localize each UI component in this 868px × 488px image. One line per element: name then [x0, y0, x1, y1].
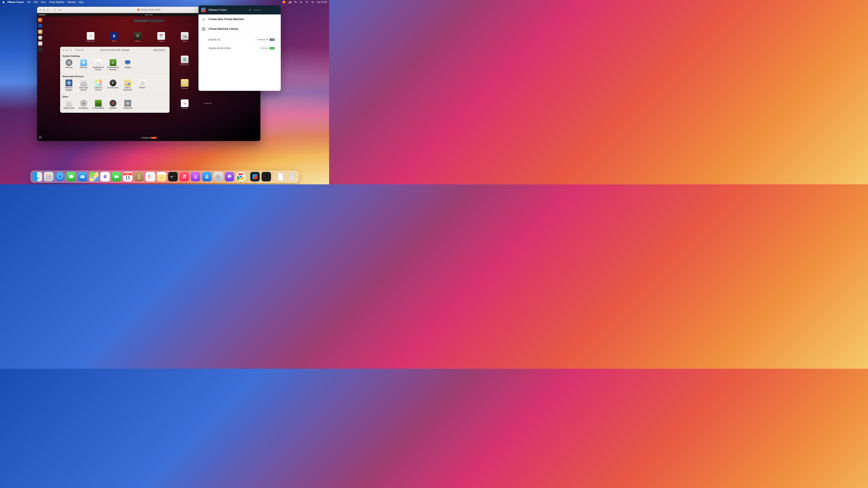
language-icon[interactable] — [181, 56, 188, 63]
library-title: VMware Fusion — [208, 8, 227, 11]
view-toggle[interactable]: Frequent All — [141, 137, 157, 139]
library-search-input[interactable] — [253, 8, 278, 11]
setting-isolation[interactable]: Isolation — [105, 99, 120, 110]
apple-menu-icon[interactable] — [2, 1, 5, 3]
dock-launchpad[interactable] — [44, 172, 53, 182]
setting-keyboard-mouse[interactable]: Keyboard & Mouse — [91, 58, 105, 72]
dock-music[interactable] — [180, 172, 189, 182]
bitpay-icon[interactable]: b — [110, 32, 118, 40]
mirror-icon[interactable] — [294, 1, 297, 4]
dock-reminders[interactable] — [146, 172, 155, 182]
snapshot-icon[interactable] — [58, 8, 61, 11]
zoom-icon[interactable] — [46, 9, 49, 11]
pause-icon[interactable] — [53, 8, 56, 11]
close-icon[interactable] — [62, 49, 65, 51]
dock-trash[interactable] — [287, 172, 297, 182]
svg-point-92 — [138, 175, 140, 177]
dock-firefox-icon[interactable] — [38, 18, 42, 22]
dock-terminal[interactable]: >_ — [261, 172, 271, 182]
setting-encryption[interactable]: Encryption — [76, 99, 91, 110]
dock-files-icon[interactable] — [38, 30, 42, 34]
setting-display[interactable]: Display — [120, 58, 135, 72]
calendar-icon[interactable]: 27 — [157, 32, 165, 40]
menu-edit[interactable]: Edit — [34, 1, 37, 3]
dock-tv[interactable]: tv — [168, 172, 178, 182]
control-center-icon[interactable] — [311, 1, 314, 4]
setting-startup-disk[interactable]: ?Startup Disk — [61, 99, 76, 110]
status-icon[interactable] — [300, 1, 303, 4]
create-vm-button[interactable]: Create New Virtual Machine — [198, 14, 281, 24]
dock-calendar[interactable]: SEP15 — [123, 172, 132, 182]
vm-row-ubuntu[interactable]: Ubuntu 64-bit 18.04 RunningOn — [198, 44, 281, 53]
dock-vmware-fusion[interactable] — [250, 172, 260, 182]
ubuntu-search[interactable]: Type to search… — [134, 20, 164, 22]
menu-virtual-machine[interactable]: Virtual Machine — [49, 1, 64, 3]
traffic-lights[interactable] — [39, 9, 49, 11]
zoom-icon[interactable] — [70, 49, 72, 51]
search-icon[interactable] — [248, 8, 252, 12]
menu-file[interactable]: File — [27, 1, 31, 3]
setting-cd-dvd[interactable]: CD/DVD (SATA) — [91, 78, 105, 92]
close-icon[interactable] — [39, 9, 41, 11]
menu-help[interactable]: Help — [79, 1, 84, 3]
library-heading[interactable]: Virtual Machine Library — [198, 24, 281, 34]
svg-point-3 — [312, 1, 312, 2]
dock-messages[interactable] — [66, 172, 76, 182]
dock-separator — [273, 172, 274, 181]
aisleriot-icon[interactable] — [87, 32, 94, 40]
minimize-icon[interactable] — [43, 9, 45, 11]
dock-finder[interactable] — [33, 172, 42, 182]
dock-photos[interactable] — [100, 172, 110, 182]
setting-processors-memory[interactable]: Processors & Memory — [105, 58, 120, 72]
settings-titlebar[interactable]: Show All Ubuntu 64-bit 18.04: Settings A… — [60, 47, 169, 54]
dock-mail[interactable] — [78, 172, 87, 182]
pill-all[interactable]: All — [151, 137, 157, 139]
setting-general[interactable]: General — [61, 58, 76, 72]
dock-podcasts[interactable] — [191, 172, 200, 182]
dock-appstore[interactable] — [202, 172, 212, 182]
ubuntu-clock[interactable]: Mon 22:18 — [145, 14, 152, 15]
dock-contacts[interactable] — [134, 172, 144, 182]
svg-point-43 — [68, 62, 69, 63]
setting-compatibility[interactable]: Compatibility — [91, 99, 105, 110]
spotlight-icon[interactable] — [305, 1, 308, 4]
setting-usb-bluetooth[interactable]: USB & Bluetooth — [120, 78, 135, 92]
mahjongg-icon[interactable] — [181, 79, 188, 87]
dock-software-icon[interactable] — [38, 36, 42, 40]
setting-network-adapter[interactable]: Network Adapter — [61, 78, 76, 92]
dock-document[interactable] — [276, 172, 285, 182]
activities-label[interactable]: Activities — [38, 14, 45, 15]
dock-safari[interactable] — [55, 172, 65, 182]
shotwell-icon[interactable] — [181, 99, 188, 107]
dock-libreoffice-icon[interactable] — [38, 41, 42, 46]
setting-hard-disk[interactable]: Hard Disk (SCSI) — [76, 78, 91, 92]
pill-frequent[interactable]: Frequent — [141, 137, 151, 139]
menubar-clock[interactable]: Tue 07:18 — [317, 1, 327, 3]
dock-thunderbird-icon[interactable] — [38, 24, 42, 28]
dock-notes[interactable] — [157, 172, 166, 182]
show-apps-icon[interactable] — [38, 135, 42, 139]
add-device-button[interactable]: Add Device… — [153, 49, 167, 51]
firefox-status-icon[interactable] — [283, 1, 285, 4]
dock-terminal-icon[interactable] — [38, 47, 42, 52]
show-all-button[interactable]: Show All — [75, 49, 84, 51]
setting-printer[interactable]: Printer — [135, 78, 150, 92]
calculator-icon[interactable] — [134, 32, 142, 40]
menu-window[interactable]: Window — [68, 1, 76, 3]
dock-system-preferences[interactable] — [213, 172, 223, 182]
dock-feedback[interactable]: ! — [225, 172, 234, 182]
menu-view[interactable]: View — [41, 1, 46, 3]
setting-sound-card[interactable]: Sound Card — [105, 78, 120, 92]
dock-maps[interactable] — [89, 172, 98, 182]
cheese-icon[interactable] — [181, 32, 188, 40]
input-source-icon[interactable] — [288, 1, 291, 3]
vm-status-badge: RunningOn — [258, 46, 275, 50]
plus-icon — [202, 17, 206, 21]
minimize-icon[interactable] — [66, 49, 68, 51]
setting-sharing[interactable]: Sharing — [76, 58, 91, 72]
vm-row-macos[interactable]: macOS 10 Powered OffOff — [198, 35, 281, 44]
setting-advanced[interactable]: Advanced — [120, 99, 135, 110]
dock-chrome[interactable] — [236, 172, 246, 182]
dock-facetime[interactable] — [112, 172, 121, 182]
menubar-app-name[interactable]: VMware Fusion — [7, 1, 24, 3]
